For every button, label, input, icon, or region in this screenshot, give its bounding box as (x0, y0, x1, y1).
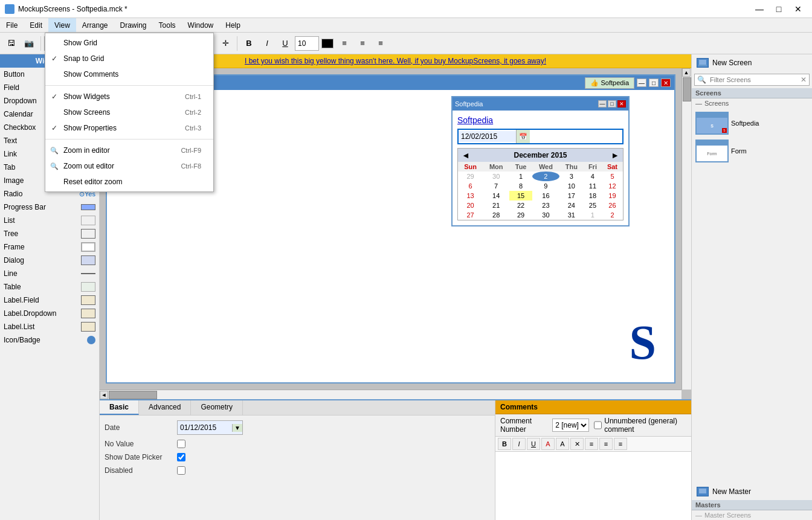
toolbar-italic[interactable]: I (259, 35, 276, 52)
menu-zoom-out[interactable]: 🔍 Zoom out editor Ctrl-F8 (45, 158, 213, 174)
fmt-color-a2[interactable]: A (556, 438, 569, 450)
widget-frame[interactable]: Frame (0, 240, 99, 254)
screen-thumb-form[interactable]: Form Form (694, 138, 810, 164)
tab-geometry[interactable]: Geometry (191, 400, 243, 415)
cal-day-29-prev[interactable]: 29 (458, 172, 483, 181)
cal-day-2-next[interactable]: 2 (602, 210, 623, 220)
widget-label-list[interactable]: Label.List (0, 320, 99, 333)
menu-file[interactable]: File (0, 18, 24, 32)
cal-day-3[interactable]: 3 (559, 172, 584, 181)
menu-show-grid[interactable]: Show Grid (45, 35, 213, 51)
cal-day-23[interactable]: 23 (532, 201, 559, 210)
menu-show-properties[interactable]: ✓ Show Properties Ctrl-3 (45, 120, 213, 136)
cal-day-1-next[interactable]: 1 (584, 210, 602, 220)
cal-day-27[interactable]: 27 (458, 210, 483, 220)
menu-zoom-in[interactable]: 🔍 Zoom in editor Ctrl-F9 (45, 143, 213, 158)
cal-day-10[interactable]: 10 (559, 181, 584, 191)
new-master-button[interactable]: New Master (692, 483, 812, 500)
menu-view[interactable]: View (48, 18, 76, 32)
menu-edit[interactable]: Edit (24, 18, 48, 32)
toolbar-align-center[interactable]: ≡ (354, 35, 371, 52)
scroll-thumb-v[interactable] (683, 77, 691, 101)
fmt-clear[interactable]: ✕ (570, 438, 584, 450)
date-field[interactable] (459, 131, 516, 142)
font-color-swatch[interactable] (321, 39, 334, 48)
cal-day-7[interactable]: 7 (483, 181, 509, 191)
calendar-toggle-btn[interactable]: 📅 (516, 130, 530, 143)
widget-tree[interactable]: Tree (0, 227, 99, 240)
menu-reset-zoom[interactable]: Reset editor zoom (45, 174, 213, 190)
fmt-bold[interactable]: B (498, 438, 511, 450)
menu-snap-to-grid[interactable]: ✓ Snap to Grid (45, 51, 213, 66)
minimize-button[interactable]: — (750, 3, 768, 15)
menu-window[interactable]: Window (182, 18, 220, 32)
cal-day-28[interactable]: 28 (483, 210, 509, 220)
screen-minimize[interactable]: — (637, 79, 646, 87)
cal-day-15-today[interactable]: 15 (509, 191, 532, 201)
toolbar-btn-2[interactable]: 📷 (21, 35, 37, 52)
date-prop-input[interactable] (178, 421, 232, 434)
widget-line[interactable]: Line (0, 267, 99, 280)
cal-day-21[interactable]: 21 (483, 201, 509, 210)
disabled-checkbox[interactable] (177, 466, 185, 475)
cal-day-30-prev[interactable]: 30 (483, 172, 509, 181)
inner-close-btn[interactable]: ✕ (617, 100, 626, 108)
font-size-input[interactable] (295, 36, 319, 51)
widget-icon-badge[interactable]: Icon/Badge (0, 333, 99, 347)
widget-label-dropdown[interactable]: Label.Dropdown (0, 307, 99, 320)
screen-close[interactable]: ✕ (661, 79, 671, 87)
cal-prev-btn[interactable]: ◄ (462, 150, 470, 160)
cal-day-5[interactable]: 5 (602, 172, 623, 181)
date-picker-btn[interactable]: ▼ (232, 424, 242, 432)
menu-drawing[interactable]: Drawing (114, 18, 153, 32)
fmt-align-center[interactable]: ≡ (599, 438, 613, 450)
widget-label-field[interactable]: Label.Field (0, 294, 99, 307)
cal-day-9[interactable]: 9 (532, 181, 559, 191)
widget-progress[interactable]: Progress Bar (0, 201, 99, 214)
cal-day-14[interactable]: 14 (483, 191, 509, 201)
toolbar-align-left[interactable]: ≡ (336, 35, 353, 52)
scroll-left-arrow[interactable]: ◄ (100, 391, 108, 399)
cal-day-11[interactable]: 11 (584, 181, 602, 191)
fmt-align-left[interactable]: ≡ (585, 438, 598, 450)
cal-day-18[interactable]: 18 (584, 191, 602, 201)
scroll-horizontal[interactable]: ◄ (100, 390, 682, 399)
toolbar-move[interactable]: ✛ (217, 35, 234, 52)
menu-help[interactable]: Help (219, 18, 246, 32)
toolbar-bold[interactable]: B (240, 35, 257, 52)
fmt-underline[interactable]: U (527, 438, 540, 450)
scroll-up-arrow[interactable]: ▲ (682, 68, 691, 77)
menu-show-screens[interactable]: Show Screens Ctrl-2 (45, 104, 213, 120)
comment-number-select[interactable]: 2 [new] 1 (552, 419, 589, 432)
widget-table[interactable]: Table (0, 280, 99, 294)
showdatepicker-checkbox[interactable] (177, 453, 185, 461)
screen-maximize[interactable]: □ (649, 79, 659, 87)
unnumbered-checkbox[interactable] (594, 421, 602, 429)
cal-day-31[interactable]: 31 (559, 210, 584, 220)
cal-day-4[interactable]: 4 (584, 172, 602, 181)
toolbar-align-right[interactable]: ≡ (372, 35, 389, 52)
clear-filter-icon[interactable]: ✕ (798, 74, 809, 85)
inner-min-btn[interactable]: — (598, 100, 607, 108)
menu-show-comments[interactable]: Show Comments (45, 66, 213, 82)
toolbar-underline[interactable]: U (277, 35, 294, 52)
cal-day-2-selected[interactable]: 2 (532, 172, 559, 181)
toolbar-btn-1[interactable]: 🖫 (2, 35, 19, 52)
cal-day-19[interactable]: 19 (602, 191, 623, 201)
cal-day-13[interactable]: 13 (458, 191, 483, 201)
cal-day-8[interactable]: 8 (509, 181, 532, 191)
scroll-thumb-h[interactable] (109, 391, 157, 399)
menu-tools[interactable]: Tools (153, 18, 182, 32)
cal-day-24[interactable]: 24 (559, 201, 584, 210)
filter-screens-input[interactable] (709, 75, 798, 85)
cal-day-17[interactable]: 17 (559, 191, 584, 201)
cal-day-22[interactable]: 22 (509, 201, 532, 210)
inner-max-btn[interactable]: □ (608, 100, 616, 108)
tab-advanced[interactable]: Advanced (139, 400, 191, 415)
novalue-checkbox[interactable] (177, 440, 185, 448)
cal-day-1[interactable]: 1 (509, 172, 532, 181)
menu-arrange[interactable]: Arrange (76, 18, 114, 32)
cal-day-30[interactable]: 30 (532, 210, 559, 220)
cal-day-12[interactable]: 12 (602, 181, 623, 191)
new-screen-button[interactable]: New Screen (692, 54, 812, 71)
